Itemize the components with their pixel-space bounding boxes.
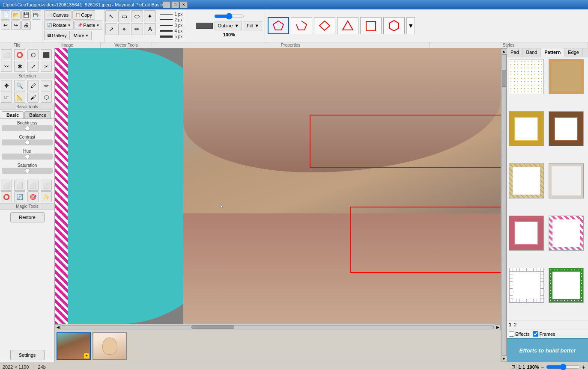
size-slider[interactable] (214, 13, 244, 19)
path-select-tool[interactable]: ✱ (14, 61, 25, 72)
magic-tool-2[interactable]: ⬜ (14, 180, 25, 191)
gallery-button[interactable]: 🖼 Gallery (44, 31, 70, 40)
rect-select-tool[interactable]: ⬜ (1, 49, 12, 60)
arrow-tool[interactable]: ↗ (105, 23, 117, 35)
pattern-cell-6[interactable] (549, 163, 584, 198)
drag-handle[interactable] (221, 206, 223, 208)
redo-button[interactable]: ↪ (11, 21, 21, 30)
effects-label[interactable]: Effects (509, 331, 529, 337)
diamond-shape-button[interactable] (314, 17, 335, 34)
zoom-tool[interactable]: 🔍 (14, 80, 25, 91)
paste-button[interactable]: 📌 Paste ▼ (75, 21, 102, 30)
magic-tool[interactable]: ✏ (131, 23, 143, 35)
zoom-slider[interactable] (546, 364, 580, 370)
open-pentagon-shape-button[interactable] (291, 17, 312, 34)
crop-tool[interactable]: ✂ (41, 61, 52, 72)
brightness-slider[interactable] (2, 125, 53, 131)
magic-tool-7[interactable]: 🎯 (27, 191, 39, 202)
open-button[interactable]: 📂 (11, 10, 21, 20)
close-button[interactable]: ✕ (180, 1, 188, 8)
thumbnail-1[interactable]: ★ (57, 332, 91, 360)
magic-tool-5[interactable]: ⭕ (1, 191, 12, 202)
save-as-button[interactable]: 💾↓ (32, 10, 41, 20)
v-scroll-track[interactable] (501, 54, 507, 356)
hue-slider[interactable] (2, 154, 53, 160)
star-tool[interactable]: ✦ (144, 10, 156, 22)
pattern-cell-5[interactable] (509, 163, 544, 198)
balance-tab[interactable]: Balance (24, 111, 51, 118)
scroll-right-button[interactable]: ▶ (495, 324, 501, 330)
fill-dropdown[interactable]: Fill ▼ (244, 21, 262, 30)
brush-tool[interactable]: 🖌 (27, 92, 39, 103)
measure-tool[interactable]: 📐 (14, 92, 25, 103)
actual-size-button[interactable]: 1:1 (518, 364, 525, 370)
settings-button[interactable]: Settings (10, 350, 45, 360)
freehand-select-tool[interactable]: 〰 (1, 61, 12, 72)
magic-select-tool[interactable]: ⬛ (41, 49, 52, 60)
h-scroll-track[interactable] (62, 325, 494, 329)
tab-pattern[interactable]: Pattern (541, 48, 564, 57)
triangle-shape-button[interactable] (337, 17, 358, 34)
lasso-tool[interactable]: ⌖ (118, 23, 130, 35)
saturation-slider[interactable] (2, 168, 53, 174)
pattern-cell-8[interactable] (549, 216, 584, 251)
rotate-button[interactable]: 🔄 Rotate ▼ (44, 21, 74, 30)
tab-pad[interactable]: Pad (507, 48, 523, 57)
thumbnail-2[interactable] (93, 332, 127, 360)
transform-tool[interactable]: ⤢ (27, 61, 39, 72)
text-tool[interactable]: A (144, 23, 156, 35)
pattern-cell-9[interactable] (509, 268, 544, 303)
pattern-cell-1[interactable] (509, 59, 544, 94)
magic-tool-3[interactable]: ⬜ (27, 180, 39, 191)
outline-dropdown[interactable]: Outline ▼ (215, 21, 242, 30)
erase-tool[interactable]: ⬡ (41, 92, 52, 103)
zoom-out-button[interactable]: − (541, 364, 544, 370)
basic-tab[interactable]: Basic (2, 111, 24, 118)
zoom-in-button[interactable]: + (582, 364, 585, 370)
canvas-button[interactable]: ⬜ Canvas (44, 10, 72, 20)
new-button[interactable]: 📄 (1, 10, 10, 20)
frames-label[interactable]: Frames (533, 331, 555, 337)
scroll-down-button[interactable]: ▼ (501, 356, 507, 362)
ellipse-tool[interactable]: ⬭ (131, 10, 143, 22)
frames-checkbox[interactable] (533, 331, 538, 337)
canvas-viewport[interactable] (55, 48, 501, 324)
magic-tool-8[interactable]: ✨ (41, 191, 52, 202)
pattern-cell-7[interactable] (509, 216, 544, 251)
magic-tool-4[interactable]: ⬜ (41, 180, 52, 191)
pentagon-shape-button[interactable] (268, 17, 289, 34)
copy-button[interactable]: 📋 Copy (72, 10, 95, 20)
save-button[interactable]: 💾 (21, 10, 31, 20)
poly-select-tool[interactable]: ⬡ (27, 49, 39, 60)
minimize-button[interactable]: ─ (163, 1, 170, 8)
restore-button[interactable]: Restore (10, 212, 45, 222)
v-scroll-thumb[interactable] (502, 70, 506, 87)
hand-tool[interactable]: ☞ (1, 92, 12, 103)
more-button[interactable]: More ▼ (71, 31, 92, 40)
h-scroll-thumb[interactable] (191, 326, 234, 329)
select-tool[interactable]: ↖ (105, 10, 117, 22)
effects-checkbox[interactable] (509, 331, 514, 337)
pattern-cell-10[interactable] (549, 268, 584, 303)
pattern-cell-3[interactable] (509, 111, 544, 146)
contrast-slider[interactable] (2, 139, 53, 145)
page-2[interactable]: 2 (514, 322, 516, 327)
hexagon-shape-button[interactable] (383, 17, 405, 34)
tab-edge[interactable]: Edge (564, 48, 583, 57)
undo-button[interactable]: ↩ (1, 21, 10, 30)
magic-tool-1[interactable]: ⬜ (1, 180, 12, 191)
page-1[interactable]: 1 (509, 322, 511, 327)
pencil-tool[interactable]: ✏ (41, 80, 52, 91)
pattern-cell-2[interactable] (549, 59, 584, 94)
fit-view-button[interactable]: ⊡ (510, 364, 516, 370)
rect-tool[interactable]: ▭ (118, 10, 130, 22)
magic-tool-6[interactable]: 🔄 (14, 191, 25, 202)
ellipse-select-tool[interactable]: ⭕ (14, 49, 25, 60)
eyedropper-tool[interactable]: 🖊 (27, 80, 39, 91)
print-button[interactable]: 🖨 (21, 21, 31, 30)
scroll-left-button[interactable]: ◀ (55, 324, 61, 330)
square-shape-button[interactable] (360, 17, 382, 34)
pattern-cell-4[interactable] (549, 111, 584, 146)
scroll-up-button[interactable]: ▲ (501, 48, 507, 54)
tab-band[interactable]: Band (523, 48, 541, 57)
